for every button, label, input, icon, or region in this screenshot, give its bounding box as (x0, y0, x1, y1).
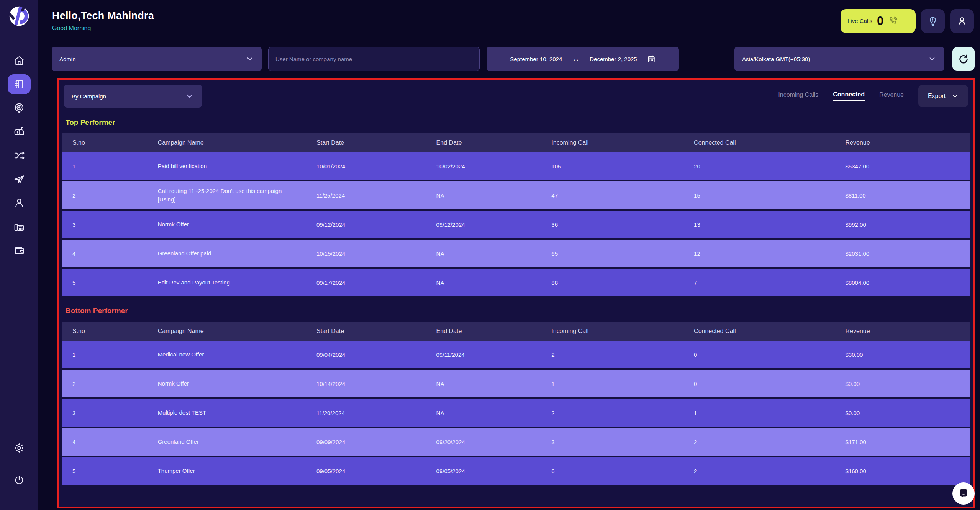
table-cell: $5347.00 (846, 161, 970, 172)
table-cell: 88 (551, 277, 694, 288)
live-calls-badge[interactable]: Live Calls 0 (841, 9, 916, 33)
table-cell: NA (436, 248, 552, 259)
table-cell: Thumper Offer (158, 464, 316, 477)
table-cell: 10/15/2024 (316, 248, 436, 259)
sidebar-item-routing[interactable] (8, 145, 31, 165)
table-row: 2Normk Offer10/14/2024NA10$0.00 (62, 370, 970, 397)
sidebar-item-logout[interactable] (8, 470, 31, 490)
sidebar-item-numbers[interactable] (8, 217, 31, 237)
table-cell: 11/20/2024 (316, 407, 436, 418)
table-cell: 1 (551, 378, 694, 389)
table-cell: NA (436, 190, 552, 201)
table-cell: 5 (62, 466, 158, 477)
table-cell: 5 (62, 277, 158, 288)
table-cell: 3 (62, 407, 158, 418)
export-button[interactable]: Export (918, 85, 968, 107)
tab-connected[interactable]: Connected (833, 91, 865, 101)
home-icon (13, 55, 25, 66)
date-range-picker[interactable]: September 10, 2024 ↔ December 2, 2025 (487, 47, 679, 71)
send-plane-icon (13, 173, 25, 185)
table-row: 3Multiple dest TEST11/20/2024NA21$0.00 (62, 399, 970, 427)
chat-launcher-button[interactable] (952, 482, 975, 505)
table-row: 3Normk Offer09/12/202409/12/20243613$992… (62, 211, 970, 238)
column-header: Incoming Call (551, 325, 694, 337)
refresh-icon (958, 54, 969, 64)
table-cell: 4 (62, 248, 158, 259)
sidebar-item-billing[interactable] (8, 240, 31, 260)
column-header: S.no (62, 137, 158, 149)
table-cell: $0.00 (846, 407, 970, 418)
table-row: 4Greenland Offer09/09/202409/20/202432$1… (62, 428, 970, 456)
calendar-icon (647, 55, 656, 63)
tab-revenue[interactable]: Revenue (879, 92, 904, 101)
bulb-icon (928, 16, 938, 26)
table-row: 5Thumper Offer09/05/202409/05/202462$160… (62, 457, 970, 485)
greeting-subtitle: Good Morning (52, 25, 154, 32)
sidebar-item-settings[interactable] (8, 438, 31, 458)
sidebar-item-home[interactable] (8, 51, 31, 70)
top-performer-section: Top Performer S.noCampaign NameStart Dat… (62, 118, 970, 296)
table-cell: 47 (551, 190, 694, 201)
table-row: 2Call routing 11 -25-2024 Don't use this… (62, 181, 970, 209)
timezone-dropdown[interactable]: Asia/Kolkata GMT(+05:30) (734, 47, 944, 71)
page-header: Hello,Tech Mahindra Good Morning Live Ca… (38, 0, 980, 42)
sidebar-nav (8, 51, 31, 260)
user-icon (957, 16, 967, 26)
role-dropdown[interactable]: Admin (52, 47, 262, 71)
mailbox-campaign-icon (13, 126, 25, 137)
campaign-report-panel: By Campaign Incoming CallsConnectedReven… (57, 78, 975, 508)
sidebar-item-contacts[interactable] (8, 193, 31, 213)
sidebar-bottom (8, 438, 31, 490)
live-calls-count: 0 (877, 15, 883, 27)
column-header: S.no (62, 325, 158, 337)
table-cell: Normk Offer (158, 218, 316, 231)
column-header: Campaign Name (158, 136, 316, 149)
table-cell: NA (436, 407, 552, 418)
column-header: End Date (436, 325, 552, 337)
export-button-label: Export (928, 93, 946, 100)
panel-toolbar: By Campaign Incoming CallsConnectedReven… (64, 84, 968, 108)
date-range-end: December 2, 2025 (590, 56, 637, 62)
column-header: Revenue (846, 137, 970, 149)
table-cell: 09/05/2024 (436, 466, 552, 477)
power-logout-icon (14, 475, 25, 485)
bottom-performer-section: Bottom Performer S.noCampaign NameStart … (62, 307, 970, 485)
table-row: 1Paid bill verification10/01/202410/02/2… (62, 152, 970, 180)
table-cell: 0 (694, 378, 845, 389)
column-header: Campaign Name (158, 324, 316, 338)
table-cell: 1 (694, 407, 845, 418)
table-cell: 11/25/2024 (316, 190, 436, 201)
table-cell: Paid bill verification (158, 160, 316, 173)
phone-icon (888, 16, 898, 26)
chat-bubble-icon (958, 488, 969, 499)
app-logo[interactable] (7, 4, 31, 28)
sidebar-item-send[interactable] (8, 169, 31, 189)
sidebar-item-tracking[interactable] (8, 98, 31, 118)
table-cell: $8004.00 (846, 277, 970, 288)
greeting-block: Hello,Tech Mahindra Good Morning (52, 10, 154, 32)
search-input[interactable] (268, 47, 480, 71)
profile-button[interactable] (950, 9, 974, 33)
section-title-top-performer: Top Performer (66, 118, 970, 127)
filter-bar: Admin September 10, 2024 ↔ December 2, 2… (52, 47, 975, 71)
group-by-dropdown[interactable]: By Campaign (64, 85, 202, 108)
table-cell: 09/12/2024 (436, 219, 552, 230)
tab-incoming-calls[interactable]: Incoming Calls (778, 92, 818, 101)
refresh-button[interactable] (952, 47, 975, 71)
column-header: End Date (436, 137, 552, 149)
broadcast-target-icon (13, 102, 25, 114)
sidebar-item-reports[interactable] (8, 74, 31, 94)
date-range-start: September 10, 2024 (510, 56, 562, 62)
table-row: 4Greenland Offer paid10/15/2024NA6512$20… (62, 240, 970, 267)
sidebar-item-campaigns[interactable] (8, 122, 31, 142)
table-cell: 2 (694, 436, 845, 448)
tips-button[interactable] (921, 9, 945, 33)
table-cell: 1 (62, 161, 158, 172)
column-header: Start Date (316, 137, 436, 149)
table-cell: 2 (62, 190, 158, 201)
table-row: 5Edit Rev and Payout Testing09/17/2024NA… (62, 269, 970, 296)
table-header-row: S.noCampaign NameStart DateEnd DateIncom… (62, 322, 970, 341)
table-cell: NA (436, 277, 552, 288)
table-cell: $30.00 (846, 349, 970, 360)
user-contact-icon (13, 197, 25, 209)
